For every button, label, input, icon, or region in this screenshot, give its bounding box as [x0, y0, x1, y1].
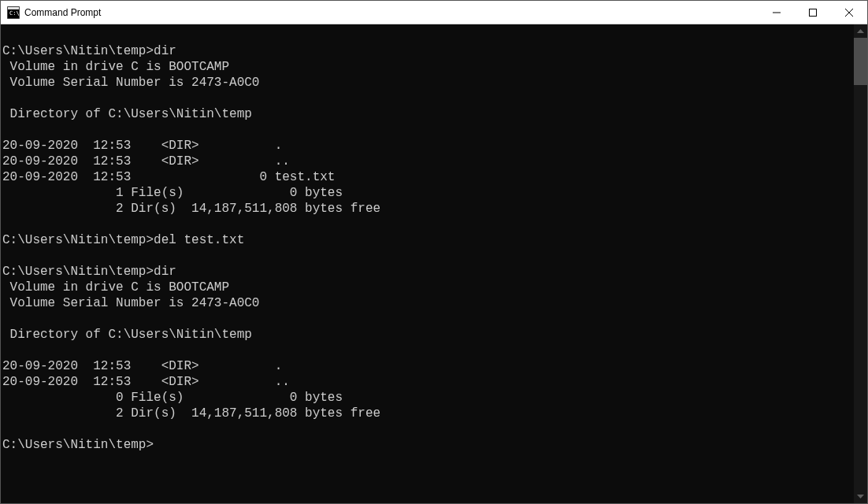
svg-rect-4 [810, 9, 817, 17]
svg-rect-1 [8, 7, 19, 9]
terminal-line: 2 Dir(s) 14,187,511,808 bytes free [2, 406, 852, 421]
terminal-line: 20-09-2020 12:53 0 test.txt [2, 169, 852, 185]
terminal-line: Volume Serial Number is 2473-A0C0 [2, 295, 852, 311]
terminal-line: 20-09-2020 12:53 <DIR> . [2, 358, 852, 374]
terminal-line [2, 248, 852, 264]
scrollbar[interactable] [854, 24, 867, 503]
scrollbar-down-arrow[interactable] [854, 490, 867, 503]
terminal-line: 20-09-2020 12:53 <DIR> .. [2, 374, 852, 390]
terminal-line: 20-09-2020 12:53 <DIR> . [2, 138, 852, 154]
terminal-line: C:\Users\Nitin\temp>del test.txt [2, 232, 852, 248]
terminal-line: Directory of C:\Users\Nitin\temp [2, 327, 852, 343]
terminal-line: Volume Serial Number is 2473-A0C0 [2, 75, 852, 91]
svg-text:C:\: C:\ [9, 10, 20, 17]
terminal-line [2, 28, 852, 43]
terminal-line: 0 File(s) 0 bytes [2, 390, 852, 406]
terminal-line: C:\Users\Nitin\temp>dir [2, 264, 852, 280]
terminal-container: C:\Users\Nitin\temp>dir Volume in drive … [1, 24, 867, 503]
terminal-output[interactable]: C:\Users\Nitin\temp>dir Volume in drive … [1, 24, 854, 503]
terminal-line: C:\Users\Nitin\temp> [2, 437, 852, 453]
terminal-line: 1 File(s) 0 bytes [2, 185, 852, 201]
terminal-line [2, 311, 852, 327]
terminal-line: 20-09-2020 12:53 <DIR> .. [2, 154, 852, 169]
window-controls [759, 1, 867, 24]
terminal-line [2, 91, 852, 106]
terminal-line [2, 217, 852, 232]
minimize-button[interactable] [759, 1, 795, 24]
terminal-line: 2 Dir(s) 14,187,511,808 bytes free [2, 201, 852, 217]
scrollbar-up-arrow[interactable] [854, 24, 867, 38]
close-button[interactable] [831, 1, 867, 24]
maximize-button[interactable] [795, 1, 831, 24]
window-title: Command Prompt [24, 7, 759, 18]
app-icon: C:\ [7, 6, 20, 19]
titlebar[interactable]: C:\ Command Prompt [1, 1, 867, 24]
scrollbar-thumb[interactable] [854, 38, 867, 85]
terminal-line [2, 421, 852, 437]
terminal-line: Volume in drive C is BOOTCAMP [2, 280, 852, 295]
terminal-line: C:\Users\Nitin\temp>dir [2, 43, 852, 59]
terminal-line [2, 122, 852, 138]
terminal-line: Directory of C:\Users\Nitin\temp [2, 106, 852, 122]
terminal-line [2, 343, 852, 358]
terminal-line: Volume in drive C is BOOTCAMP [2, 59, 852, 75]
